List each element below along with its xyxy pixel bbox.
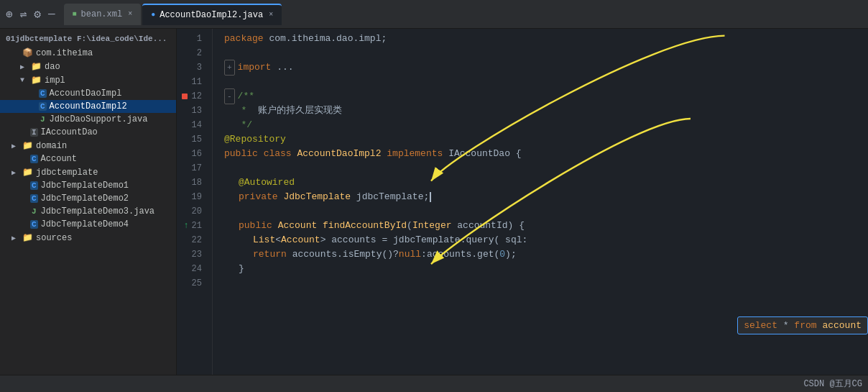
- sidebar-item-AccountDaoImpl[interactable]: C AccountDaoImpl: [0, 87, 176, 100]
- sql-keyword-from: from: [794, 320, 816, 331]
- sidebar-item-label: Account: [41, 154, 77, 164]
- code-line-21: public Account findAccountById(Integer a…: [213, 219, 868, 233]
- line-num-12: 12: [177, 89, 206, 104]
- settings-icon[interactable]: ⚙: [34, 7, 41, 22]
- main-layout: 01jdbctemplate F:\idea_code\Ide... 📦 com…: [0, 29, 868, 375]
- tab-bar: ■ bean.xml × ● AccountDaoImpl2.java ×: [64, 4, 282, 25]
- tab-account-dao-impl2-label: AccountDaoImpl2.java: [160, 10, 263, 20]
- line-num-22: 22: [177, 233, 206, 247]
- code-line-19: private JdbcTemplate jdbcTemplate;: [213, 190, 868, 204]
- java-file-icon: J: [39, 115, 47, 124]
- code-line-22: List<Account> accounts = jdbcTemplate.qu…: [213, 233, 868, 247]
- line-num-25: 25: [177, 276, 206, 291]
- code-line-20: [213, 204, 868, 219]
- code-editor[interactable]: 1 2 3 11 12 13 14 15 16 17 18 19 20 ↑21 …: [177, 29, 868, 375]
- sidebar-item-label: jdbctemplate: [36, 168, 98, 178]
- sql-star: *: [783, 320, 795, 331]
- sidebar-item-JdbcTemplateDemo3[interactable]: J JdbcTemplateDemo3.java: [0, 205, 176, 218]
- java-file-icon: J: [30, 207, 38, 216]
- folder-icon: 📁: [30, 61, 42, 72]
- global-icon[interactable]: ⊕: [6, 7, 13, 22]
- line-num-21: ↑21: [177, 219, 206, 233]
- sidebar-item-domain[interactable]: ▶ 📁 domain: [0, 139, 176, 152]
- sql-popup: select * from account: [737, 316, 868, 334]
- sidebar-item-label: JdbcTemplateDemo2: [41, 193, 129, 204]
- sidebar: 01jdbctemplate F:\idea_code\Ide... 📦 com…: [0, 29, 177, 375]
- project-title: 01jdbctemplate F:\idea_code\Ide...: [0, 32, 176, 46]
- minimize-icon[interactable]: —: [48, 8, 55, 21]
- folder-icon: 📁: [22, 232, 33, 243]
- line-num-24: 24: [177, 262, 206, 276]
- java-class-icon: C: [30, 155, 38, 163]
- line-num-2: 2: [177, 46, 206, 60]
- sidebar-item-impl[interactable]: ▼ 📁 impl: [0, 73, 176, 87]
- code-line-14: */: [213, 118, 868, 132]
- sql-table-name: account: [822, 320, 862, 331]
- java-class-icon: C: [30, 220, 38, 229]
- sidebar-item-Account[interactable]: C Account: [0, 152, 176, 165]
- code-line-23: return accounts.isEmpty()?null:accounts.…: [213, 247, 868, 262]
- code-line-12: - /**: [213, 89, 868, 104]
- sidebar-item-label: domain: [36, 141, 67, 151]
- java-interface-icon: I: [30, 128, 38, 137]
- line-num-14: 14: [177, 118, 206, 132]
- arrow-icon: ▶: [11, 168, 19, 177]
- line-num-1: 1: [177, 32, 206, 46]
- java-icon: ●: [151, 11, 155, 19]
- folder-icon: 📁: [22, 167, 33, 178]
- tab-account-dao-impl2-close[interactable]: ×: [269, 11, 273, 19]
- line-num-16: 16: [177, 147, 206, 161]
- xml-icon: ■: [73, 10, 77, 18]
- folder-icon: 📁: [22, 140, 33, 151]
- arrow-icon: ▶: [11, 142, 19, 150]
- sql-keyword-select: select: [744, 320, 777, 331]
- package-icon: 📦: [22, 47, 33, 58]
- java-class-icon: C: [39, 89, 47, 98]
- sidebar-item-IAccountDao[interactable]: I IAccountDao: [0, 126, 176, 139]
- sidebar-item-label: impl: [45, 76, 65, 86]
- sidebar-item-label: JdbcDaoSupport.java: [50, 114, 148, 124]
- sidebar-item-JdbcDaoSupport[interactable]: J JdbcDaoSupport.java: [0, 113, 176, 126]
- folder-icon: 📁: [30, 75, 42, 86]
- sidebar-item-JdbcTemplateDemo2[interactable]: C JdbcTemplateDemo2: [0, 192, 176, 205]
- bottom-bar: CSDN @五月CG: [0, 375, 868, 392]
- code-line-25: [213, 276, 868, 291]
- sidebar-item-label: sources: [36, 233, 72, 243]
- sidebar-item-jdbctemplate[interactable]: ▶ 📁 jdbctemplate: [0, 165, 176, 179]
- sidebar-item-label: JdbcTemplateDemo4: [41, 219, 129, 229]
- java-class-icon: C: [30, 194, 38, 203]
- sidebar-item-com-itheima[interactable]: 📦 com.itheima: [0, 46, 176, 60]
- line-num-17: 17: [177, 161, 206, 176]
- java-class-icon: C: [30, 181, 38, 190]
- sidebar-item-dao[interactable]: ▶ 📁 dao: [0, 60, 176, 73]
- sidebar-item-JdbcTemplateDemo4[interactable]: C JdbcTemplateDemo4: [0, 218, 176, 231]
- line-num-13: 13: [177, 104, 206, 118]
- sidebar-item-JdbcTemplateDemo1[interactable]: C JdbcTemplateDemo1: [0, 179, 176, 192]
- code-area: 1 2 3 11 12 13 14 15 16 17 18 19 20 ↑21 …: [177, 29, 868, 375]
- tab-bean-xml-close[interactable]: ×: [128, 10, 132, 18]
- sync-icon[interactable]: ⇌: [20, 7, 27, 22]
- sidebar-item-sources[interactable]: ▶ 📁 sources: [0, 231, 176, 245]
- code-line-17: [213, 161, 868, 176]
- line-num-18: 18: [177, 176, 206, 190]
- sidebar-item-label: com.itheima: [36, 48, 93, 58]
- code-line-1: package com.itheima.dao.impl;: [213, 32, 868, 46]
- line-num-11: 11: [177, 75, 206, 89]
- code-line-18: @Autowired: [213, 176, 868, 190]
- sidebar-item-AccountDaoImpl2[interactable]: C AccountDaoImpl2: [0, 100, 176, 113]
- sidebar-item-label: AccountDaoImpl: [50, 88, 122, 99]
- tab-bean-xml[interactable]: ■ bean.xml ×: [64, 4, 142, 25]
- code-line-24: }: [213, 262, 868, 276]
- line-numbers: 1 2 3 11 12 13 14 15 16 17 18 19 20 ↑21 …: [177, 29, 213, 375]
- code-line-2: [213, 46, 868, 60]
- top-bar: ⊕ ⇌ ⚙ — ■ bean.xml × ● AccountDaoImpl2.j…: [0, 0, 868, 29]
- sidebar-item-label: AccountDaoImpl2: [50, 101, 127, 111]
- code-content[interactable]: package com.itheima.dao.impl; + import .…: [213, 29, 868, 375]
- tab-account-dao-impl2[interactable]: ● AccountDaoImpl2.java ×: [142, 4, 282, 25]
- code-line-11: [213, 75, 868, 89]
- code-line-16: public class AccountDaoImpl2 implements …: [213, 147, 868, 161]
- tab-bean-xml-label: bean.xml: [81, 9, 123, 19]
- sidebar-item-label: dao: [45, 62, 60, 72]
- sidebar-item-label: JdbcTemplateDemo1: [41, 181, 129, 191]
- line-num-23: 23: [177, 247, 206, 262]
